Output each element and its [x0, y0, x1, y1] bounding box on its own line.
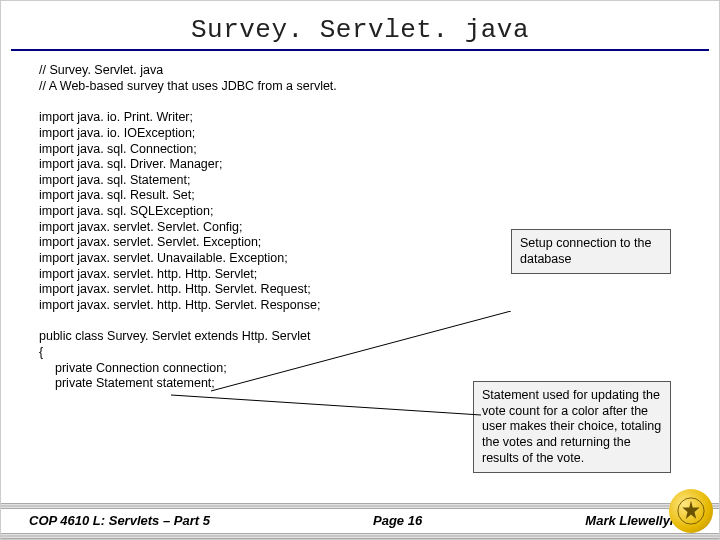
slide-title: Survey. Servlet. java [1, 1, 719, 47]
svg-line-1 [171, 395, 481, 415]
code-line: import java. io. IOException; [39, 126, 689, 142]
blank-line [39, 313, 689, 325]
callout-statement: Statement used for updating the vote cou… [473, 381, 671, 473]
code-line: import javax. servlet. http. Http. Servl… [39, 282, 689, 298]
callout-connection: Setup connection to the database [511, 229, 671, 274]
footer: COP 4610 L: Servlets – Part 5 Page 16 Ma… [1, 503, 719, 539]
footer-center: Page 16 [373, 513, 422, 528]
comment-line: // Survey. Servlet. java [39, 63, 689, 79]
code-line: public class Survey. Servlet extends Htt… [39, 329, 689, 345]
connector-line [171, 391, 491, 441]
blank-line [39, 94, 689, 106]
content-area: // Survey. Servlet. java // A Web-based … [1, 51, 719, 481]
code-line: import java. sql. Statement; [39, 173, 689, 189]
code-line: { [39, 345, 689, 361]
code-line: import java. sql. Connection; [39, 142, 689, 158]
footer-row: COP 4610 L: Servlets – Part 5 Page 16 Ma… [1, 509, 719, 530]
footer-left: COP 4610 L: Servlets – Part 5 [29, 513, 210, 528]
code-line: import java. sql. Result. Set; [39, 188, 689, 204]
slide: Survey. Servlet. java // Survey. Servlet… [0, 0, 720, 540]
code-line: import java. io. Print. Writer; [39, 110, 689, 126]
code-line: private Connection connection; [39, 361, 689, 377]
code-line: import java. sql. Driver. Manager; [39, 157, 689, 173]
code-line: import javax. servlet. http. Http. Servl… [39, 298, 689, 314]
footer-bar [1, 533, 719, 539]
code-line: import java. sql. SQLException; [39, 204, 689, 220]
comment-line: // A Web-based survey that uses JDBC fro… [39, 79, 689, 95]
ucf-logo-icon [669, 489, 713, 533]
imports-block: import java. io. Print. Writer; import j… [39, 110, 689, 313]
